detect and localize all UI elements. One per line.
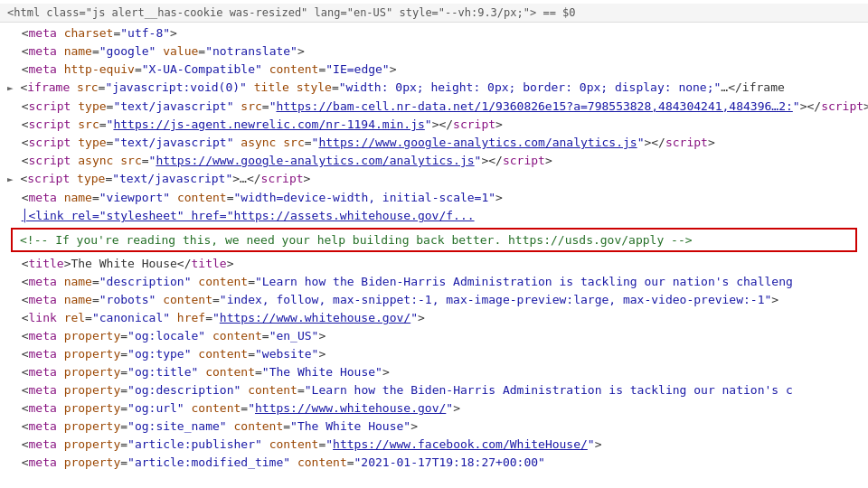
code-line: <meta name="viewport" content="width=dev…: [7, 189, 861, 207]
code-line: <meta name="robots" content="index, foll…: [7, 291, 861, 309]
code-line: <script type="text/javascript" async src…: [7, 134, 861, 152]
code-line: <script src="https://js-agent.newrelic.c…: [7, 116, 861, 134]
code-line: <meta property="og:type" content="websit…: [7, 345, 861, 363]
code-line: <meta property="og:locale" content="en_U…: [7, 327, 861, 345]
code-line: <script async src="https://www.google-an…: [7, 152, 861, 170]
code-line: <meta property="og:url" content="https:/…: [7, 399, 861, 418]
code-line: <title>The White House</title>: [7, 255, 861, 273]
code-line: ► <iframe src="javascript:void(0)" title…: [7, 79, 861, 98]
code-line: <meta name="google" value="notranslate">: [7, 42, 861, 61]
lines-container: <meta charset="utf-8"> <meta name="googl…: [0, 23, 868, 474]
code-line: <meta name="description" content="Learn …: [7, 273, 861, 291]
code-line: <meta property="article:modified_time" c…: [7, 454, 861, 472]
code-line: │<link rel="stylesheet" href="https://as…: [7, 207, 861, 225]
boxed-comment-line: <!-- If you're reading this, we need you…: [11, 228, 857, 252]
code-line: <meta property="og:description" content=…: [7, 381, 861, 399]
code-viewer: <html class="js alert__has-cookie was-re…: [0, 0, 868, 488]
code-line: <meta property="og:title" content="The W…: [7, 363, 861, 381]
code-line: <link rel="canonical" href="https://www.…: [7, 309, 861, 327]
code-line: ► <script type="text/javascript">…</scri…: [7, 170, 861, 189]
code-line: <meta property="article:publisher" conte…: [7, 436, 861, 454]
code-line: <meta charset="utf-8">: [7, 24, 861, 42]
top-bar: <html class="js alert__has-cookie was-re…: [0, 4, 868, 23]
code-line: <meta property="og:site_name" content="T…: [7, 418, 861, 436]
code-line: <script type="text/javascript" src="http…: [7, 98, 861, 116]
code-line: <meta http-equiv="X-UA-Compatible" conte…: [7, 61, 861, 79]
top-bar-text: <html class="js alert__has-cookie was-re…: [7, 6, 576, 19]
